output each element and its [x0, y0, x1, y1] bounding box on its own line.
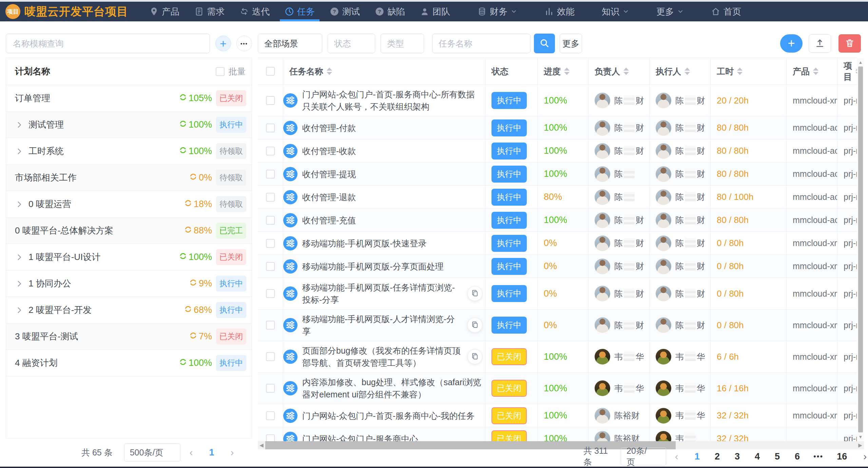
sort-icon[interactable]	[327, 68, 332, 75]
scroll-left-icon[interactable]: ◀	[258, 441, 265, 449]
column-header-项目[interactable]: 项目	[837, 58, 857, 85]
task-next-page-button[interactable]: ›	[863, 451, 867, 462]
table-row[interactable]: 收付管理-付款执行中100%陈财陈财80 / 80hmmcloud-acprj-…	[258, 116, 857, 139]
row-checkbox[interactable]	[266, 434, 275, 442]
page-number-16[interactable]: 16	[837, 451, 847, 462]
vertical-scroll-thumb[interactable]	[858, 67, 863, 432]
add-task-button[interactable]: +	[780, 34, 803, 53]
page-ellipsis[interactable]: •••	[813, 452, 823, 461]
row-checkbox[interactable]	[266, 289, 275, 298]
nav-item-缺陷[interactable]: ?缺陷	[367, 2, 412, 21]
scroll-up-icon[interactable]: ▲	[859, 58, 863, 66]
table-row[interactable]: 移动端功能-手机网页版-分享页面处理执行中0%陈财陈财0 / 80hmmclou…	[258, 255, 857, 278]
column-header-执行人[interactable]: 执行人	[649, 58, 710, 85]
vertical-scrollbar[interactable]: ▲ ▼	[857, 58, 864, 441]
sort-icon[interactable]	[737, 68, 742, 75]
page-number-4[interactable]: 4	[755, 451, 760, 462]
row-checkbox[interactable]	[266, 216, 275, 225]
column-header-负责人[interactable]: 负责人	[588, 58, 649, 85]
plan-row[interactable]: 4 融资计划100%执行中	[6, 350, 252, 376]
nav-item-任务[interactable]: 任务	[277, 2, 322, 21]
row-checkbox[interactable]	[266, 193, 275, 202]
table-row[interactable]: 门户网站-众包门户-服务商中心已关闭100%陈裕财韦32 / 32hprj-m	[258, 427, 857, 441]
row-checkbox[interactable]	[266, 384, 275, 393]
column-header-产品[interactable]: 产品	[786, 58, 837, 85]
export-button[interactable]	[809, 34, 831, 53]
copy-task-button[interactable]	[467, 349, 482, 364]
nav-item-财务[interactable]: 财务	[470, 2, 525, 21]
plan-row[interactable]: 测试管理100%执行中	[6, 112, 252, 138]
type-select[interactable]: 类型	[381, 34, 424, 53]
batch-checkbox[interactable]	[216, 67, 225, 76]
task-name-input[interactable]	[432, 34, 531, 53]
status-select[interactable]: 状态	[328, 34, 375, 53]
row-checkbox[interactable]	[266, 352, 275, 361]
sort-icon[interactable]	[623, 68, 629, 75]
row-checkbox[interactable]	[266, 96, 275, 105]
task-prev-page-button[interactable]: ‹	[675, 451, 678, 462]
nav-item-更多[interactable]: 更多	[649, 2, 691, 21]
table-row[interactable]: 收付管理-退款执行中80%陈陈财80 / 100hmmcloud-acprj-m	[258, 186, 857, 209]
table-row[interactable]: 收付管理-收款执行中100%陈财陈财80 / 80hmmcloud-acprj-…	[258, 139, 857, 163]
page-number-6[interactable]: 6	[795, 451, 800, 462]
plan-row[interactable]: 1 协同办公9%执行中	[6, 270, 252, 297]
copy-task-button[interactable]	[467, 318, 482, 333]
select-all-checkbox[interactable]	[266, 67, 275, 76]
row-checkbox[interactable]	[266, 411, 275, 420]
plan-row[interactable]: 市场部相关工作0%待领取	[6, 165, 252, 191]
nav-item-首页[interactable]: 首页	[703, 2, 749, 21]
more-filters-button[interactable]: 更多	[560, 34, 582, 53]
nav-item-迭代[interactable]: 迭代	[232, 2, 277, 21]
table-row[interactable]: 移动端功能-手机网页版-任务详情页浏览-投标-分享执行中0%陈财陈财0 / 80…	[258, 278, 857, 310]
plan-row[interactable]: 1 唛盟平台-UI设计100%已关闭	[6, 244, 252, 270]
nav-item-产品[interactable]: 产品	[142, 2, 187, 21]
plan-row[interactable]: 0 唛盟运营18%待领取	[6, 191, 252, 218]
table-row[interactable]: 收付管理-提现执行中100%陈陈财80 / 80hmmcloud-acprj-m	[258, 163, 857, 186]
column-header-进度[interactable]: 进度	[537, 58, 588, 85]
nav-item-测试[interactable]: ?测试	[322, 2, 367, 21]
scene-select[interactable]: 全部场景	[258, 34, 322, 53]
column-header-任务名称[interactable]: 任务名称	[283, 58, 485, 85]
task-page-size-select[interactable]: 20条/页	[621, 447, 666, 466]
plan-page-number[interactable]: 1	[209, 447, 214, 458]
plan-more-button[interactable]: •••	[236, 36, 252, 51]
table-row[interactable]: 门户网站-众包门户-首页-服务商中心-所有数据只关联个人账号，不关联组织架构执行…	[258, 85, 857, 116]
plan-page-size-select[interactable]: 500条/页	[124, 443, 181, 462]
sort-icon[interactable]	[564, 68, 570, 75]
nav-item-需求[interactable]: 需求	[187, 2, 232, 21]
scroll-down-icon[interactable]: ▼	[859, 433, 863, 441]
page-number-2[interactable]: 2	[715, 451, 720, 462]
plan-prev-page-button[interactable]: ‹	[189, 447, 193, 457]
row-checkbox[interactable]	[266, 124, 275, 132]
table-row[interactable]: 页面部分bug修改（我发布的任务详情页顶部导航、首页研发管理工具等）已关闭100…	[258, 341, 857, 373]
delete-button[interactable]	[838, 34, 861, 53]
table-row[interactable]: 收付管理-充值执行中100%陈财陈财80 / 80hmmcloud-acprj-…	[258, 209, 857, 232]
table-row[interactable]: 内容添加修改、bug处理、样式修改（safari浏览器对element ui部分…	[258, 373, 857, 404]
row-checkbox[interactable]	[266, 147, 275, 155]
plan-row[interactable]: 0 唛盟平台-总体解决方案88%已完工	[6, 218, 252, 244]
table-row[interactable]: 移动端功能-手机网页版-人才详情浏览-分享执行中0%陈财陈财0 / 80hmmc…	[258, 310, 857, 341]
plan-row[interactable]: 3 唛盟平台-测试7%已关闭	[6, 323, 252, 350]
row-checkbox[interactable]	[266, 239, 275, 248]
plan-next-page-button[interactable]: ›	[230, 447, 234, 457]
table-row[interactable]: 移动端功能-手机网页版-快速登录执行中0%陈财陈财0 / 80hmmcloud-…	[258, 232, 857, 255]
add-plan-button[interactable]: +	[215, 36, 231, 51]
row-checkbox[interactable]	[266, 321, 275, 330]
nav-item-效能[interactable]: 效能	[537, 2, 582, 21]
search-button[interactable]	[534, 34, 555, 53]
sort-icon[interactable]	[813, 68, 818, 75]
nav-item-知识[interactable]: 知识	[594, 2, 637, 21]
nav-item-团队[interactable]: 团队	[412, 2, 458, 21]
plan-row[interactable]: 订单管理105%已关闭	[6, 85, 252, 112]
copy-task-button[interactable]	[467, 286, 482, 301]
row-checkbox[interactable]	[266, 262, 275, 271]
plan-row[interactable]: 2 唛盟平台-开发68%执行中	[6, 297, 252, 323]
plan-search-input[interactable]	[6, 34, 210, 53]
plan-row[interactable]: 工时系统100%待领取	[6, 138, 252, 165]
sort-icon[interactable]	[684, 68, 690, 75]
row-checkbox[interactable]	[266, 170, 275, 179]
column-header-工时[interactable]: 工时	[710, 58, 786, 85]
table-row[interactable]: 门户网站-众包门户-首页-服务商中心-我的任务已关闭100%陈裕财韦华32 / …	[258, 404, 857, 427]
page-number-3[interactable]: 3	[735, 451, 740, 462]
page-number-1[interactable]: 1	[695, 451, 700, 462]
